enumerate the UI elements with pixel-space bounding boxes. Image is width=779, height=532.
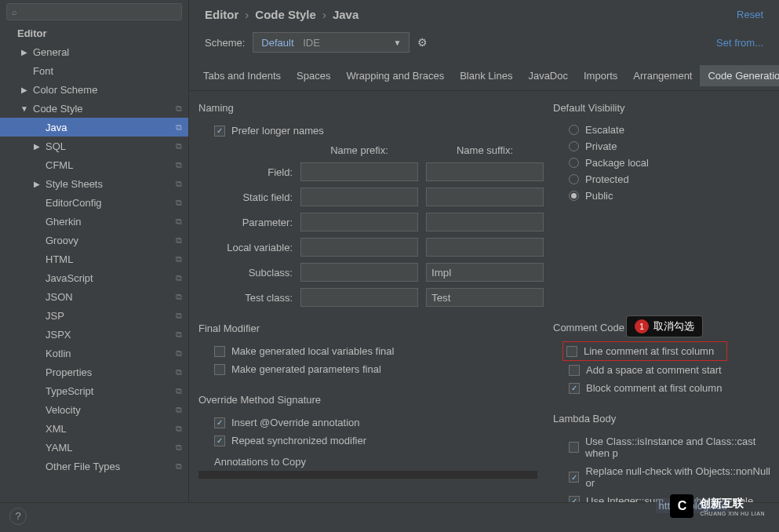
radio-icon[interactable] xyxy=(569,141,579,151)
scroll-bar[interactable] xyxy=(198,471,537,479)
checkbox-icon[interactable] xyxy=(566,346,577,357)
tree-label: Font xyxy=(33,65,53,77)
tree-label: Groovy xyxy=(46,235,78,246)
comment-option[interactable]: Add a space at comment start xyxy=(553,361,773,379)
comment-option[interactable]: Line comment at first column xyxy=(553,341,773,361)
final-option[interactable]: Make generated parameters final xyxy=(198,360,537,378)
gear-icon[interactable]: ⚙ xyxy=(417,36,428,49)
prefix-input[interactable] xyxy=(300,213,418,231)
tree-item-xml[interactable]: XML⧉ xyxy=(0,419,188,438)
tree-label: EditorConfig xyxy=(46,197,102,209)
tree-item-jspx[interactable]: JSPX⧉ xyxy=(0,325,188,344)
tab-imports[interactable]: Imports xyxy=(576,65,625,86)
prefer-longer-names[interactable]: Prefer longer names xyxy=(198,122,537,140)
tree-label: JSP xyxy=(46,310,64,322)
copy-icon: ⧉ xyxy=(169,122,182,133)
visibility-option[interactable]: Package local xyxy=(553,155,773,171)
tab-wrapping-and-braces[interactable]: Wrapping and Braces xyxy=(338,65,452,86)
checkbox-icon[interactable] xyxy=(214,435,225,446)
prefix-input[interactable] xyxy=(300,263,418,282)
visibility-option[interactable]: Protected xyxy=(553,171,773,188)
visibility-option[interactable]: Private xyxy=(553,138,773,155)
lambda-option[interactable]: Replace null-check with Objects::nonNull… xyxy=(553,462,773,492)
tree-item-code-style[interactable]: ▼Code Style⧉ xyxy=(0,99,188,118)
lambda-section: Lambda Body Use Class::isInstance and Cl… xyxy=(553,411,773,502)
tree-item-kotlin[interactable]: Kotlin⧉ xyxy=(0,344,188,363)
tab-spaces[interactable]: Spaces xyxy=(289,65,338,86)
override-option[interactable]: Repeat synchronized modifier xyxy=(198,432,537,450)
tree-label: Code Style xyxy=(33,103,83,115)
tab-code-generation[interactable]: Code Generation xyxy=(700,65,779,86)
suffix-input[interactable] xyxy=(426,162,544,181)
checkbox-icon[interactable] xyxy=(214,364,225,375)
prefix-input[interactable] xyxy=(300,162,418,181)
visibility-option[interactable]: Escalate xyxy=(553,122,773,138)
tree-item-gherkin[interactable]: Gherkin⧉ xyxy=(0,212,188,231)
prefix-input[interactable] xyxy=(300,288,418,307)
naming-row-label: Static field: xyxy=(206,191,293,203)
checkbox-icon[interactable] xyxy=(214,126,225,137)
naming-row-label: Test class: xyxy=(206,292,293,304)
annotation-number: 1 xyxy=(635,319,649,333)
tree-arrow-icon: ▶ xyxy=(20,86,28,94)
tree-item-typescript[interactable]: TypeScript⧉ xyxy=(0,381,188,400)
prefix-input[interactable] xyxy=(300,238,418,257)
scheme-combo[interactable]: Default IDE ▼ xyxy=(253,32,410,53)
tree-item-java[interactable]: Java⧉ xyxy=(0,118,188,137)
tree-item-editorconfig[interactable]: EditorConfig⧉ xyxy=(0,193,188,212)
tree-item-javascript[interactable]: JavaScript⧉ xyxy=(0,268,188,287)
tree-item-properties[interactable]: Properties⧉ xyxy=(0,363,188,381)
suffix-input[interactable] xyxy=(426,238,544,257)
copy-icon: ⧉ xyxy=(169,141,182,151)
comment-option[interactable]: Block comment at first column xyxy=(553,379,773,397)
tree-item-json[interactable]: JSON⧉ xyxy=(0,287,188,306)
tab-blank-lines[interactable]: Blank Lines xyxy=(452,65,520,86)
checkbox-icon[interactable] xyxy=(214,346,225,357)
suffix-input[interactable] xyxy=(426,288,544,307)
tree-item-html[interactable]: HTML⧉ xyxy=(0,250,188,268)
tree-item-yaml[interactable]: YAML⧉ xyxy=(0,438,188,457)
tab-javadoc[interactable]: JavaDoc xyxy=(520,65,576,86)
set-from-link[interactable]: Set from... xyxy=(716,37,763,49)
radio-icon[interactable] xyxy=(569,158,579,168)
tab-arrangement[interactable]: Arrangement xyxy=(625,65,700,86)
suffix-input[interactable] xyxy=(426,213,544,231)
tree-editor[interactable]: Editor xyxy=(0,24,188,42)
tree-item-color-scheme[interactable]: ▶Color Scheme xyxy=(0,80,188,99)
tree-item-style-sheets[interactable]: ▶Style Sheets⧉ xyxy=(0,174,188,193)
reset-link[interactable]: Reset xyxy=(737,9,763,20)
suffix-input[interactable] xyxy=(426,263,544,282)
tree-item-groovy[interactable]: Groovy⧉ xyxy=(0,231,188,250)
tree-item-other-file-types[interactable]: Other File Types⧉ xyxy=(0,457,188,476)
prefix-input[interactable] xyxy=(300,188,418,206)
lambda-option[interactable]: Use Class::isInstance and Class::cast wh… xyxy=(553,432,773,462)
settings-tree[interactable]: Editor ▶GeneralFont▶Color Scheme▼Code St… xyxy=(0,24,188,502)
radio-icon[interactable] xyxy=(569,125,579,135)
checkbox-icon[interactable] xyxy=(569,442,579,453)
tree-item-font[interactable]: Font xyxy=(0,61,188,80)
checkbox-icon[interactable] xyxy=(569,383,580,394)
suffix-input[interactable] xyxy=(426,188,544,206)
search-input-wrap[interactable]: ⌕ xyxy=(6,3,182,20)
tree-item-jsp[interactable]: JSP⧉ xyxy=(0,306,188,325)
checkbox-icon[interactable] xyxy=(569,365,580,376)
final-option[interactable]: Make generated local variables final xyxy=(198,342,537,360)
help-button[interactable]: ? xyxy=(9,508,27,525)
naming-section: Naming Prefer longer names Name prefix: … xyxy=(198,100,537,307)
tree-item-cfml[interactable]: CFML⧉ xyxy=(0,155,188,174)
checkbox-icon[interactable] xyxy=(569,472,579,483)
breadcrumb: Editor › Code Style › Java xyxy=(205,8,359,21)
search-input[interactable] xyxy=(20,6,177,17)
radio-icon[interactable] xyxy=(569,191,579,201)
tab-tabs-and-indents[interactable]: Tabs and Indents xyxy=(195,65,289,86)
tree-item-sql[interactable]: ▶SQL⧉ xyxy=(0,137,188,155)
tree-label: Color Scheme xyxy=(33,84,97,96)
checkbox-icon[interactable] xyxy=(569,496,580,503)
tree-item-velocity[interactable]: Velocity⧉ xyxy=(0,400,188,419)
annotation-arrows xyxy=(0,529,779,532)
checkbox-icon[interactable] xyxy=(214,417,225,428)
visibility-option[interactable]: Public xyxy=(553,188,773,204)
override-option[interactable]: Insert @Override annotation xyxy=(198,414,537,432)
tree-item-general[interactable]: ▶General xyxy=(0,42,188,61)
radio-icon[interactable] xyxy=(569,174,579,184)
